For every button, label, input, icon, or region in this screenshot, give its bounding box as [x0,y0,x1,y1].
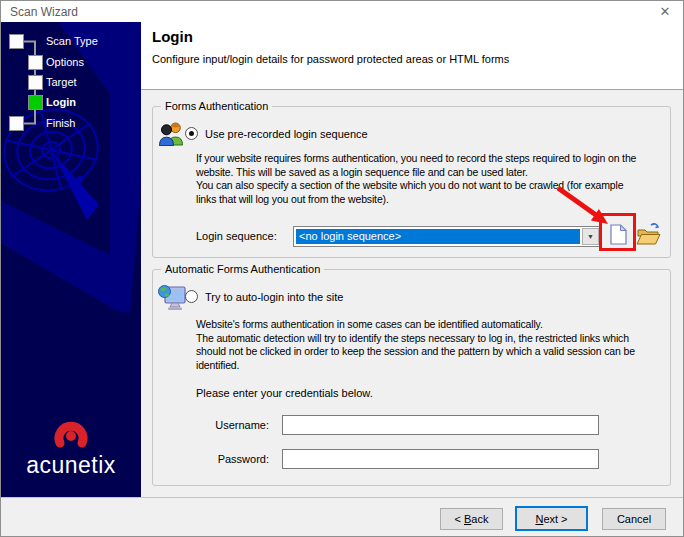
login-sequence-dropdown[interactable]: <no login sequence> ▼ [293,226,601,247]
annotation-highlight-box [599,213,636,251]
sidebar-step-scan-type: Scan Type [46,35,98,49]
wizard-content: Forms Authentication Use pre-recorded lo… [141,90,683,497]
step-marker-target [28,75,43,90]
password-label: Password: [189,453,269,465]
sidebar-step-target: Target [46,76,77,90]
page-title: Login [152,28,193,45]
forms-auth-desc-line: website. This will be saved as a login s… [196,166,636,180]
scan-wizard-window: Scan Wizard ✕ [0,0,684,537]
forms-auth-desc-line: If your website requires forms authentic… [196,152,636,166]
login-sequence-selected-value: <no login sequence> [296,229,580,244]
open-login-sequence-button[interactable] [636,221,661,247]
close-icon[interactable]: ✕ [656,3,674,21]
step-marker-login-active [28,95,43,110]
auto-auth-desc-line: should not be clicked in order to keep t… [196,345,635,359]
auto-auth-desc-line: The automatic detection will try to iden… [196,332,635,346]
wizard-header: Login Configure input/login details for … [141,22,683,90]
radio-auto-login-label: Try to auto-login into the site [205,291,343,303]
username-field[interactable] [282,415,599,435]
credentials-prompt: Please enter your credentials below. [196,387,373,399]
auto-auth-desc-line: Website's forms authentication in some c… [196,318,635,332]
sidebar-step-finish: Finish [46,117,75,131]
two-users-icon [158,121,185,146]
forms-authentication-group: Forms Authentication Use pre-recorded lo… [152,106,671,258]
forms-auth-group-title: Forms Authentication [161,100,272,112]
chevron-down-icon[interactable]: ▼ [582,228,599,245]
radar-artwork [1,22,141,497]
cancel-button[interactable]: Cancel [602,508,666,530]
next-button[interactable]: Next > [515,506,588,531]
back-button[interactable]: < Back [440,508,503,530]
forms-auth-desc-line: links that will log you out from the web… [196,193,636,207]
sidebar-step-login: Login [46,96,76,110]
titlebar: Scan Wizard ✕ [1,1,683,22]
automatic-forms-authentication-group: Automatic Forms Authentication Try to au… [152,269,671,486]
radio-use-prerecorded-login-label: Use pre-recorded login sequence [205,128,368,140]
acunetix-logo-text: acunetix [1,452,141,479]
sidebar-step-options: Options [46,56,84,70]
password-field[interactable] [282,449,599,469]
wizard-sidebar: Scan Type Options Target Login Finish ac… [1,22,141,497]
radio-use-prerecorded-login[interactable] [185,127,198,140]
step-marker-options [28,55,43,70]
forms-auth-desc-line: You can also specify a section of the we… [196,179,636,193]
window-title: Scan Wizard [10,5,78,19]
radio-auto-login[interactable] [185,290,198,303]
computer-globe-icon [157,283,187,313]
auto-auth-group-title: Automatic Forms Authentication [161,263,324,275]
username-label: Username: [189,419,269,431]
acunetix-logo-icon [59,426,83,443]
page-subtitle: Configure input/login details for passwo… [152,53,509,65]
login-sequence-label: Login sequence: [196,230,277,242]
auto-auth-desc-line: identified. [196,359,635,373]
step-marker-scan-type [9,34,24,49]
step-marker-finish [9,116,24,131]
